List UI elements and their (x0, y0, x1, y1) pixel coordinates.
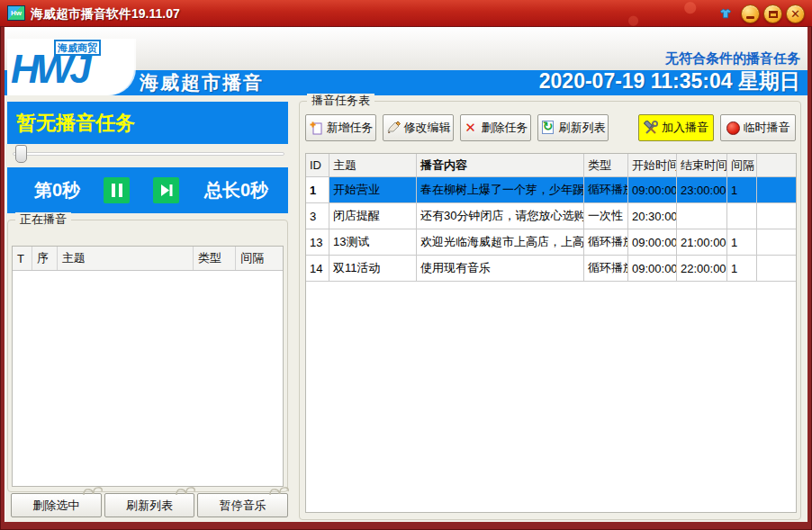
column-header-filler (757, 154, 796, 176)
cell-content: 春在柳树上爆了一个芽，少年踢踏着 (417, 177, 584, 202)
button-label: 暂停音乐 (220, 499, 266, 512)
column-header[interactable]: 类型 (194, 247, 237, 270)
cell-end-time: 22:00:00 (677, 256, 727, 281)
cell-type: 循环播放 (584, 256, 628, 281)
slider-thumb[interactable] (15, 145, 27, 163)
button-label: 删除任务 (482, 120, 528, 136)
total-seconds-label: 总长0秒 (204, 178, 268, 202)
refresh-list-button[interactable]: ↻ 刷新列表 (537, 114, 609, 141)
table-row[interactable]: 1 开始营业 春在柳树上爆了一个芽，少年踢踏着 循环播放 09:00:00 23… (306, 177, 796, 203)
company-logo: HWJ 海威商贸 (7, 39, 134, 95)
logo-badge: 海威商贸 (54, 40, 101, 56)
new-task-icon (309, 121, 323, 135)
app-name: 海威超市播音 (140, 70, 264, 95)
maximize-button[interactable] (763, 4, 782, 23)
column-header[interactable]: T (13, 247, 32, 270)
delete-selected-button[interactable]: 删除选中 (11, 493, 102, 517)
pause-music-button[interactable]: 暂停音乐 (197, 493, 288, 517)
button-label: 加入播音 (662, 120, 708, 136)
column-header[interactable]: 间隔 (727, 154, 757, 176)
delete-icon: ✕ (464, 121, 478, 135)
current-seconds-label: 第0秒 (34, 178, 80, 202)
column-header[interactable]: 类型 (584, 154, 628, 176)
cell-id: 14 (306, 256, 329, 281)
column-header[interactable]: 主题 (58, 247, 194, 270)
button-label: 临时播音 (744, 120, 790, 136)
add-to-broadcast-button[interactable]: 加入播音 (638, 114, 714, 141)
now-playing-table-header: T 序 主题 类型 间隔 (13, 247, 283, 271)
now-playing-group: 正在播音 T 序 主题 类型 间隔 (7, 220, 288, 492)
now-playing-actions: 删除选中 刷新列表 暂停音乐 (11, 493, 288, 517)
table-row[interactable]: 14 双11活动 使用现有音乐 循环播放 09:00:00 22:00:00 1 (306, 256, 796, 282)
app-window: Hw 海威超市播音软件19.11.07 ✕ 无符合条件的播音任务 海威超市播音 … (0, 0, 812, 530)
cell-interval: 1 (727, 256, 757, 281)
cell-filler (757, 177, 796, 202)
column-header[interactable]: 序 (32, 247, 58, 270)
column-header[interactable]: 间隔 (236, 247, 283, 270)
cell-topic: 开始营业 (329, 177, 417, 202)
close-button[interactable]: ✕ (786, 4, 805, 23)
button-label: 修改编辑 (404, 120, 451, 136)
temporary-broadcast-button[interactable]: 临时播音 (720, 114, 796, 141)
now-playing-group-label: 正在播音 (15, 212, 71, 227)
cell-id: 13 (306, 229, 329, 255)
window-content: 无符合条件的播音任务 海威超市播音 2020-07-19 11:35:04 星期… (5, 27, 807, 522)
cell-content: 还有30分钟闭店，请您放心选购！ (417, 203, 584, 229)
refresh-icon: ↻ (541, 121, 555, 135)
cell-type: 一次性 (584, 203, 628, 229)
task-table[interactable]: ID 主题 播音内容 类型 开始时间 结束时间 间隔 1 开始营业 春在柳树上爆… (305, 153, 797, 513)
cell-interval: 1 (727, 177, 757, 202)
button-label: 删除选中 (32, 499, 79, 512)
refresh-list-button-left[interactable]: 刷新列表 (104, 493, 195, 517)
now-playing-table[interactable]: T 序 主题 类型 间隔 (12, 246, 284, 487)
titlebar[interactable]: Hw 海威超市播音软件19.11.07 ✕ (0, 0, 812, 27)
pause-icon (112, 184, 122, 197)
edit-icon (386, 121, 401, 135)
task-toolbar: 新增任务 修改编辑 ✕ 删除任务 (305, 114, 797, 141)
skip-next-icon (159, 184, 174, 197)
pause-button[interactable] (104, 177, 130, 203)
app-icon: Hw (7, 5, 25, 21)
broadcast-status-message: 无符合条件的播音任务 (665, 50, 800, 67)
column-header[interactable]: 结束时间 (677, 154, 727, 176)
column-header[interactable]: 开始时间 (628, 154, 677, 176)
task-list-group-label: 播音任务表 (307, 94, 374, 108)
cell-interval (727, 203, 757, 229)
skin-button[interactable] (714, 3, 737, 24)
task-table-header: ID 主题 播音内容 类型 开始时间 结束时间 间隔 (306, 154, 796, 177)
current-task-banner: 暂无播音任务 (7, 102, 288, 144)
cell-end-time (677, 203, 727, 229)
edit-task-button[interactable]: 修改编辑 (383, 114, 454, 141)
button-label: 新增任务 (327, 120, 374, 136)
cell-type: 循环播放 (584, 229, 628, 255)
cell-end-time: 21:00:00 (677, 229, 727, 255)
next-button[interactable] (153, 177, 179, 203)
slider-track[interactable] (13, 152, 284, 156)
playback-slider[interactable] (7, 145, 288, 165)
datetime-display: 2020-07-19 11:35:04 星期日 (539, 67, 800, 95)
cell-start-time: 09:00:00 (628, 229, 677, 255)
cell-content: 使用现有音乐 (417, 256, 584, 281)
cell-id: 3 (306, 203, 329, 229)
cell-type: 循环播放 (584, 177, 628, 202)
add-task-button[interactable]: 新增任务 (305, 114, 376, 141)
cell-interval: 1 (727, 229, 757, 255)
cell-start-time: 20:30:00 (628, 203, 677, 229)
player-bar: 第0秒 总长0秒 (7, 167, 288, 213)
task-list-group: 播音任务表 新增任务 (299, 101, 801, 520)
cell-start-time: 09:00:00 (628, 177, 677, 202)
cell-filler (757, 229, 796, 255)
table-row[interactable]: 3 闭店提醒 还有30分钟闭店，请您放心选购！ 一次性 20:30:00 (306, 203, 796, 229)
column-header[interactable]: 播音内容 (417, 154, 584, 176)
cell-topic: 闭店提醒 (329, 203, 417, 229)
column-header[interactable]: 主题 (329, 154, 417, 176)
maximize-icon (769, 11, 778, 18)
delete-task-button[interactable]: ✕ 删除任务 (460, 114, 531, 141)
minimize-button[interactable] (741, 4, 760, 23)
cell-end-time: 23:00:00 (677, 177, 727, 202)
cell-id: 1 (306, 177, 329, 202)
column-header[interactable]: ID (306, 154, 329, 176)
cell-content: 欢迎光临海威超市上高店，上高店即 (417, 229, 584, 255)
table-row[interactable]: 13 13测试 欢迎光临海威超市上高店，上高店即 循环播放 09:00:00 2… (306, 229, 796, 256)
cell-topic: 13测试 (329, 229, 417, 255)
